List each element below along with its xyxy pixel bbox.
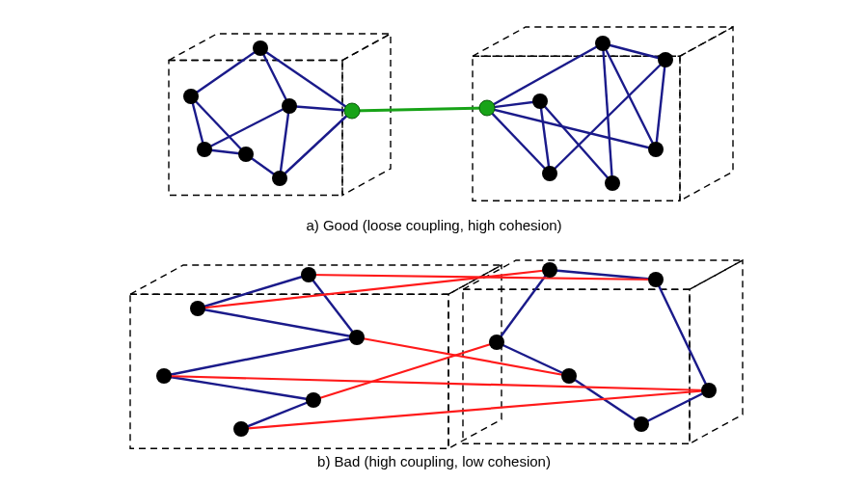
internal-edge-good-right-gR1-gR4 [550, 60, 665, 174]
layer-edges [164, 43, 709, 429]
node-bL4 [306, 392, 321, 408]
node-bR4 [701, 383, 717, 398]
internal-edge-bad-right-bR2-bR3 [497, 342, 569, 376]
node-gL3 [197, 142, 212, 157]
internal-edge-good-right-gR1-gR3 [656, 60, 665, 149]
internal-edge-bad-left-bL1-bL2 [198, 308, 357, 337]
module-box-front-good-right [473, 56, 680, 201]
coupling-edge-bad-bL4-bR2 [313, 342, 497, 400]
diagram-stage: a) Good (loose coupling, high cohesion) … [0, 0, 868, 482]
internal-edge-good-right-gR4-gRif [487, 108, 550, 174]
interface-node-gRif [479, 100, 495, 116]
node-bR5 [634, 416, 649, 432]
node-bL3 [156, 368, 172, 384]
internal-edge-bad-right-bR1-bR4 [656, 280, 709, 390]
module-box-front-good-left [169, 61, 342, 196]
module-box-side-bad-left [448, 265, 502, 448]
internal-edge-bad-left-bL0-bL2 [309, 275, 357, 337]
node-gR4 [542, 166, 557, 181]
node-bR0 [542, 262, 557, 278]
module-box-top-bad-left [130, 265, 502, 294]
interface-node-gLif [344, 103, 360, 119]
internal-edge-good-left-gL2-gL5 [280, 106, 289, 178]
internal-edge-good-right-gR3-gRif [487, 108, 656, 149]
node-gR3 [648, 142, 664, 157]
module-box-side-good-right [680, 27, 733, 201]
internal-edge-bad-left-bL3-bL2 [164, 337, 357, 376]
node-bL0 [301, 267, 316, 282]
caption-bad: b) Bad (high coupling, low cohesion) [0, 453, 868, 469]
internal-edge-good-left-gL0-gL1 [191, 48, 260, 96]
module-box-side-bad-right [690, 260, 743, 443]
node-gL4 [238, 147, 254, 162]
internal-edge-good-right-gR0-gR1 [603, 43, 665, 60]
module-box-front-bad-right [463, 289, 690, 443]
coupling-cohesion-svg [0, 0, 868, 482]
coupling-edge-good-gLif-gRif [352, 108, 487, 111]
node-bR2 [489, 335, 504, 350]
node-gR2 [532, 94, 548, 109]
node-bL1 [190, 301, 205, 316]
node-gL2 [282, 98, 297, 114]
node-bR1 [648, 272, 664, 287]
internal-edge-good-left-gL2-gL3 [204, 106, 289, 149]
node-gR1 [658, 52, 673, 67]
internal-edge-good-left-gL0-gLif [260, 48, 352, 111]
caption-good: a) Good (loose coupling, high cohesion) [0, 217, 868, 233]
node-bR3 [561, 368, 577, 384]
node-gL1 [183, 89, 199, 104]
node-gL0 [253, 40, 268, 56]
internal-edge-bad-right-bR0-bR2 [497, 270, 550, 342]
module-box-top-good-left [169, 34, 391, 61]
layer-nodes [156, 36, 717, 437]
node-gR0 [595, 36, 610, 51]
node-bL2 [349, 330, 365, 345]
node-gR5 [605, 175, 620, 191]
node-bL5 [233, 421, 249, 437]
internal-edge-good-left-gL5-gLif [280, 111, 352, 178]
node-gL5 [272, 171, 287, 186]
